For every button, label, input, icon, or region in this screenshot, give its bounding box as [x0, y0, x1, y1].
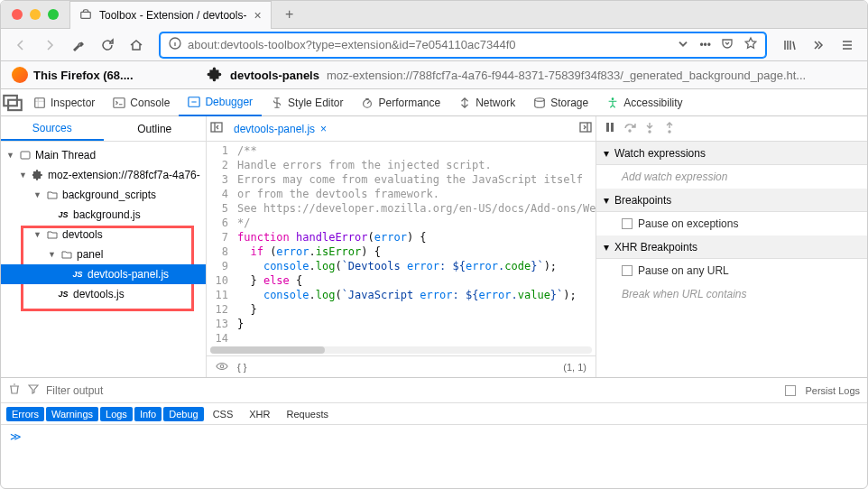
console-cat-warnings[interactable]: Warnings	[46, 407, 98, 421]
persist-logs-toggle[interactable]: Persist Logs	[785, 385, 860, 396]
horizontal-scrollbar[interactable]	[210, 346, 592, 354]
tree-extension-origin[interactable]: ▼moz-extension://788fcf7a-4a76-	[1, 165, 206, 185]
svg-point-16	[629, 130, 631, 132]
xhr-url-input[interactable]: Break when URL contains	[596, 282, 867, 306]
tree-folder-panel[interactable]: ▼panel	[1, 244, 206, 264]
console-cat-xhr[interactable]: XHR	[242, 407, 277, 421]
console-cat-requests[interactable]: Requests	[280, 407, 336, 421]
svg-point-9	[612, 97, 614, 100]
svg-point-13	[220, 364, 224, 368]
clear-console-icon[interactable]	[8, 383, 21, 398]
console-filter-input[interactable]	[46, 384, 778, 397]
code-editor[interactable]: /** Handle errors from the injected scri…	[234, 142, 596, 346]
devtools-tab-storage[interactable]: Storage	[524, 89, 597, 116]
line-gutter[interactable]: 123456789101112131415161718	[207, 142, 234, 346]
checkbox-icon[interactable]	[622, 218, 633, 229]
window-minimize-button[interactable]	[30, 9, 41, 20]
svg-rect-5	[114, 97, 125, 107]
pretty-print-icon[interactable]: { }	[237, 362, 246, 373]
svg-rect-15	[611, 123, 614, 132]
console-cat-css[interactable]: CSS	[206, 407, 241, 421]
devtools-tab-debugger[interactable]: Debugger	[179, 89, 262, 116]
checkbox-icon[interactable]	[622, 265, 633, 276]
console-cat-info[interactable]: Info	[134, 407, 162, 421]
tree-folder-background-scripts[interactable]: ▼background_scripts	[1, 185, 206, 205]
forward-button[interactable]	[37, 32, 62, 58]
tree-file-background-js[interactable]: JSbackground.js	[1, 205, 206, 225]
step-over-button[interactable]	[623, 121, 636, 136]
js-file-icon: JS	[57, 288, 69, 300]
watch-eye-icon[interactable]	[216, 360, 228, 374]
chevron-down-icon: ▾	[604, 194, 609, 207]
panel-collapse-right-icon[interactable]	[579, 121, 592, 136]
context-page-url: moz-extension://788fcf7a-4a76-f944-8371-…	[327, 69, 806, 82]
editor-tab[interactable]: devtools-panel.js×	[228, 123, 332, 135]
devtools-tab-inspector[interactable]: Inspector	[24, 89, 104, 116]
folder-icon	[46, 189, 59, 201]
iframe-picker-icon[interactable]	[1, 91, 24, 115]
breakpoints-header[interactable]: ▾Breakpoints	[596, 189, 867, 212]
js-file-icon: JS	[71, 268, 84, 281]
svg-rect-14	[606, 123, 609, 132]
home-button[interactable]	[124, 32, 149, 58]
bookmark-star-icon[interactable]	[743, 36, 758, 53]
devtools-tab-performance[interactable]: Performance	[352, 89, 449, 116]
devtools-tab-network[interactable]: Network	[449, 89, 524, 116]
svg-rect-0	[81, 12, 91, 18]
folder-icon	[46, 228, 59, 241]
close-icon[interactable]: ×	[320, 123, 327, 135]
dropdown-chevron-icon[interactable]	[676, 36, 690, 53]
svg-rect-4	[35, 97, 45, 107]
pause-resume-button[interactable]	[604, 121, 616, 136]
new-tab-button[interactable]: +	[277, 4, 302, 25]
tree-folder-devtools[interactable]: ▼devtools	[1, 225, 206, 244]
js-file-icon: JS	[57, 208, 69, 221]
library-icon[interactable]	[777, 32, 802, 58]
pocket-icon[interactable]	[720, 36, 734, 53]
console-cat-errors[interactable]: Errors	[6, 407, 44, 421]
step-out-button[interactable]	[663, 121, 676, 136]
svg-point-8	[535, 97, 545, 101]
sources-tab[interactable]: Sources	[1, 116, 104, 141]
url-text: about:devtools-toolbox?type=extension&id…	[188, 38, 670, 51]
hamburger-menu-icon[interactable]	[835, 32, 860, 58]
watch-expressions-header[interactable]: ▾Watch expressions	[596, 142, 867, 165]
panel-collapse-left-icon[interactable]	[210, 121, 223, 136]
context-firefox-label[interactable]: This Firefox (68....	[33, 69, 134, 82]
extension-puzzle-icon	[207, 67, 223, 83]
console-cat-logs[interactable]: Logs	[100, 407, 133, 421]
tab-close-icon[interactable]: ×	[254, 8, 261, 23]
browser-tab[interactable]: Toolbox - Extension / devtools- ×	[69, 1, 272, 29]
outline-tab[interactable]: Outline	[104, 116, 207, 141]
overflow-chevrons-icon[interactable]	[806, 32, 831, 58]
pause-on-exceptions-toggle[interactable]: Pause on exceptions	[596, 212, 867, 235]
devtools-tab-console[interactable]: Console	[104, 89, 179, 116]
console-cat-debug[interactable]: Debug	[163, 407, 203, 421]
console-prompt[interactable]: ≫	[1, 425, 867, 448]
tree-file-devtools-panel-js[interactable]: JSdevtools-panel.js	[1, 264, 206, 284]
chevron-down-icon: ▾	[604, 147, 609, 160]
devtools-tab-style-editor[interactable]: Style Editor	[262, 89, 352, 116]
svg-point-18	[669, 131, 670, 133]
step-in-button[interactable]	[643, 121, 656, 136]
toolbox-icon	[79, 8, 92, 23]
window-close-button[interactable]	[12, 9, 23, 20]
back-button[interactable]	[8, 32, 33, 58]
tree-main-thread[interactable]: ▼Main Thread	[1, 145, 206, 165]
page-actions-icon[interactable]: •••	[699, 39, 711, 51]
window-maximize-button[interactable]	[48, 9, 59, 20]
info-icon[interactable]	[168, 36, 182, 53]
extension-name[interactable]: devtools-panels	[230, 69, 319, 82]
pause-any-url-toggle[interactable]: Pause on any URL	[596, 259, 867, 282]
tree-file-devtools-js[interactable]: JSdevtools.js	[1, 284, 206, 304]
devtools-wrench-icon[interactable]	[66, 32, 91, 58]
cursor-position: (1, 1)	[563, 362, 586, 373]
reload-button[interactable]	[95, 32, 120, 58]
xhr-breakpoints-header[interactable]: ▾XHR Breakpoints	[596, 235, 867, 259]
checkbox-icon[interactable]	[785, 385, 796, 396]
address-bar[interactable]: about:devtools-toolbox?type=extension&id…	[160, 32, 766, 58]
chevron-down-icon: ▾	[604, 241, 609, 254]
devtools-tab-accessibility[interactable]: Accessibility	[597, 89, 691, 116]
thread-icon	[19, 149, 32, 161]
add-watch-input[interactable]: Add watch expression	[596, 165, 867, 189]
